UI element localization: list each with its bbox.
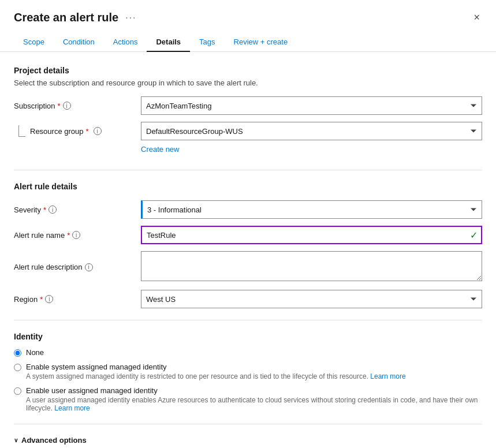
system-assigned-learn-more-link[interactable]: Learn more [370,372,405,380]
resource-group-select[interactable]: DefaultResourceGroup-WUS [141,122,482,140]
create-new-link[interactable]: Create new [141,145,179,154]
region-row: Region * i West US [14,290,482,308]
alert-rule-name-control: ✓ [141,226,482,244]
subscription-select[interactable]: AzMonTeamTesting [141,96,482,115]
region-select-wrapper: West US [141,290,482,308]
project-details-desc: Select the subscription and resource gro… [14,79,482,87]
divider-2 [14,320,482,320]
alert-rule-name-checkmark: ✓ [470,230,478,241]
dialog-header: Create an alert rule ··· × [0,0,496,26]
subscription-control: AzMonTeamTesting [141,96,482,115]
subscription-required: * [58,102,61,110]
dialog-dots: ··· [125,13,136,23]
alert-rule-name-input-wrapper: ✓ [141,226,482,244]
tab-bar: Scope Condition Actions Details Tags Rev… [0,26,496,52]
region-select[interactable]: West US [141,290,482,308]
identity-user-radio[interactable] [14,387,21,395]
project-details-section: Project details Select the subscription … [14,66,482,158]
identity-user-label-area: Enable user assigned managed identity A … [26,386,482,412]
tab-actions[interactable]: Actions [104,33,147,52]
alert-rule-description-input[interactable] [141,251,482,281]
resource-group-info-icon[interactable]: i [94,127,102,135]
tab-tags[interactable]: Tags [190,33,224,52]
divider-1 [14,170,482,170]
project-details-title: Project details [14,66,482,75]
identity-system-label-area: Enable system assigned managed identity … [26,363,406,380]
identity-section: Identity None Enable system assigned man… [14,332,482,412]
identity-none-label-area: None [26,348,44,357]
identity-user-row: Enable user assigned managed identity A … [14,386,482,412]
identity-none-radio[interactable] [14,349,21,357]
close-button[interactable]: × [471,9,482,26]
tab-review-create[interactable]: Review + create [225,33,297,52]
alert-rule-description-info-icon[interactable]: i [85,263,93,271]
identity-system-desc: A system assigned managed identity is re… [26,372,406,380]
identity-user-desc: A user assigned managed identity enables… [26,396,482,412]
tab-scope[interactable]: Scope [14,33,54,52]
identity-system-radio[interactable] [14,364,21,371]
alert-rule-description-label: Alert rule description i [14,263,141,271]
create-alert-rule-dialog: Create an alert rule ··· × Scope Conditi… [0,0,496,448]
dialog-title: Create an alert rule [14,11,118,24]
severity-select[interactable]: 0 - Critical 1 - Error 2 - Warning 3 - I… [141,200,482,219]
alert-rule-name-row: Alert rule name * i ✓ [14,226,482,244]
region-required: * [40,295,43,304]
alert-rule-name-info-icon[interactable]: i [72,231,80,239]
identity-system-row: Enable system assigned managed identity … [14,363,482,380]
tab-details[interactable]: Details [147,33,190,52]
alert-rule-description-row: Alert rule description i [14,251,482,283]
region-control: West US [141,290,482,308]
alert-rule-details-section: Alert rule details Severity * i 0 - Crit… [14,182,482,308]
resource-group-label-area: Resource group * i [14,122,141,140]
alert-rule-name-input[interactable] [141,226,482,244]
resource-group-row: Resource group * i DefaultResourceGroup-… [14,122,482,140]
identity-none-label: None [26,348,44,357]
divider-3 [14,424,482,424]
subscription-info-icon[interactable]: i [63,102,71,110]
alert-rule-details-title: Alert rule details [14,182,482,191]
indent-line [14,122,25,140]
resource-group-required: * [86,127,89,136]
alert-rule-name-required: * [67,231,70,240]
advanced-options-label: Advanced options [21,436,87,445]
alert-rule-name-label: Alert rule name * i [14,231,141,240]
advanced-options-section[interactable]: ∨ Advanced options [14,436,482,445]
advanced-options-chevron-icon: ∨ [14,437,18,443]
severity-select-wrapper: 0 - Critical 1 - Error 2 - Warning 3 - I… [141,200,482,219]
identity-section-title: Identity [14,332,482,341]
identity-user-label: Enable user assigned managed identity [26,386,482,395]
identity-system-label: Enable system assigned managed identity [26,363,406,371]
resource-group-control: DefaultResourceGroup-WUS [141,122,482,140]
subscription-label: Subscription * i [14,102,141,110]
region-label: Region * i [14,295,141,304]
user-assigned-learn-more-link[interactable]: Learn more [54,404,89,412]
resource-group-select-wrapper: DefaultResourceGroup-WUS [141,122,482,140]
severity-required: * [43,206,46,214]
severity-row: Severity * i 0 - Critical 1 - Error 2 - … [14,200,482,219]
severity-label: Severity * i [14,206,141,214]
main-content: Project details Select the subscription … [0,52,496,448]
region-info-icon[interactable]: i [45,295,53,303]
indent-line-svg [18,125,25,137]
identity-none-row: None [14,348,482,357]
alert-rule-description-control [141,251,482,283]
subscription-select-wrapper: AzMonTeamTesting [141,96,482,115]
severity-control: 0 - Critical 1 - Error 2 - Warning 3 - I… [141,200,482,219]
severity-info-icon[interactable]: i [49,206,57,214]
tab-condition[interactable]: Condition [54,33,104,52]
subscription-row: Subscription * i AzMonTeamTesting [14,96,482,115]
